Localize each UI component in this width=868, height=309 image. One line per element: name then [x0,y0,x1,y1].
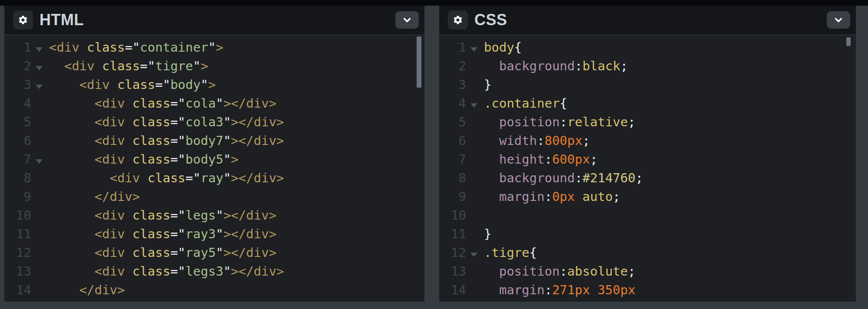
html-code-line-4[interactable]: 4 <div class="cola"></div> [4,94,424,113]
html-code-area[interactable]: 1<div class="container">2 <div class="ti… [4,36,424,302]
html-code-line-5[interactable]: 5 <div class="cola3"></div> [4,113,424,131]
css-panel-header: CSS [439,6,856,36]
html-scrollbar-thumb[interactable] [417,36,421,88]
line-number: 8 [439,169,466,187]
code-text: margin:271px 350px [484,283,635,297]
code-text: background:black; [484,59,628,73]
css-code-line-7[interactable]: 7 height:600px; [439,150,856,169]
code-text: height:600px; [484,152,598,167]
css-code-line-2[interactable]: 2 background:black; [439,57,856,76]
css-panel-title: CSS [474,11,507,29]
html-collapse-button[interactable] [395,11,419,29]
css-settings-button[interactable] [448,10,468,30]
line-number: 7 [439,150,466,169]
code-text: </div> [49,283,125,297]
css-editor-panel: CSS 1body{2 background:black;3}4.contain… [439,6,856,302]
html-code-line-2[interactable]: 2 <div class="tigre"> [4,57,424,76]
line-number: 3 [4,76,31,94]
line-number: 11 [4,225,31,243]
line-number: 5 [439,113,466,131]
html-panel-title: HTML [39,11,84,29]
line-number: 14 [4,281,31,299]
gear-icon [453,15,463,25]
html-code-line-10[interactable]: 10 <div class="legs"></div> [4,206,424,225]
line-number: 12 [4,243,31,262]
line-number: 1 [439,38,466,57]
css-code-line-4[interactable]: 4.container{ [439,94,856,113]
html-code-line-6[interactable]: 6 <div class="body7"></div> [4,131,424,150]
top-bar [0,0,868,6]
css-scrollbar-thumb[interactable] [846,37,851,46]
html-settings-button[interactable] [13,10,33,30]
fold-gutter [466,243,484,262]
html-code-line-8[interactable]: 8 <div class="ray"></div> [4,169,424,187]
html-editor-panel: HTML 1<div class="container">2 <div clas… [4,6,424,302]
fold-toggle-icon[interactable] [470,47,477,52]
editor-workspace: HTML 1<div class="container">2 <div clas… [0,0,868,309]
code-text: <div class="body"> [49,77,216,92]
line-number: 13 [439,262,466,281]
css-code-line-1[interactable]: 1body{ [439,38,856,57]
css-code-line-3[interactable]: 3} [439,76,856,94]
html-code-line-14[interactable]: 14 </div> [4,281,424,299]
line-number: 11 [439,225,466,243]
line-number: 10 [4,206,31,225]
css-code-line-5[interactable]: 5 position:relative; [439,113,856,131]
line-number: 6 [439,131,466,150]
line-number: 14 [439,281,466,299]
line-number: 8 [4,169,31,187]
code-text: <div class="tigre"> [49,59,208,73]
html-code-line-12[interactable]: 12 <div class="ray5"></div> [4,243,424,262]
fold-gutter [31,76,49,94]
chevron-down-icon [832,14,845,26]
css-code-line-8[interactable]: 8 background:#214760; [439,169,856,187]
css-code-line-11[interactable]: 11} [439,225,856,243]
html-code-line-7[interactable]: 7 <div class="body5"> [4,150,424,169]
fold-gutter [31,57,49,76]
line-number: 4 [4,94,31,113]
html-code-line-1[interactable]: 1<div class="container"> [4,38,424,57]
html-panel-header: HTML [4,6,424,36]
code-text: .container{ [484,96,567,111]
code-text: <div class="body7"></div> [49,133,284,148]
fold-toggle-icon[interactable] [36,159,43,164]
css-code-line-12[interactable]: 12.tigre{ [439,243,856,262]
line-number: 13 [4,262,31,281]
line-number: 10 [439,206,466,225]
css-code-line-10[interactable]: 10 [439,206,856,225]
gear-icon [18,15,28,25]
html-code-line-3[interactable]: 3 <div class="body"> [4,76,424,94]
code-text: position:relative; [484,115,635,129]
css-code-area[interactable]: 1body{2 background:black;3}4.container{5… [439,36,856,302]
line-number: 5 [4,113,31,131]
css-code-line-14[interactable]: 14 margin:271px 350px [439,281,856,299]
fold-toggle-icon[interactable] [470,253,477,257]
css-code-line-13[interactable]: 13 position:absolute; [439,262,856,281]
fold-gutter [31,150,49,169]
chevron-down-icon [401,14,413,26]
css-code-line-9[interactable]: 9 margin:0px auto; [439,187,856,206]
line-number: 2 [4,57,31,76]
code-text: body{ [484,40,522,55]
css-collapse-button[interactable] [827,11,850,29]
code-text: <div class="container"> [49,40,224,55]
html-code-line-13[interactable]: 13 <div class="legs3"></div> [4,262,424,281]
html-code-line-9[interactable]: 9 </div> [4,187,424,206]
code-text: .tigre{ [484,245,537,260]
code-text: <div class="cola3"></div> [49,115,284,129]
html-code-line-11[interactable]: 11 <div class="ray3"></div> [4,225,424,243]
code-text: <div class="legs"></div> [49,208,276,223]
code-text: <div class="cola"></div> [49,96,276,111]
fold-toggle-icon[interactable] [36,85,43,89]
line-number: 3 [439,76,466,94]
code-text: } [484,77,491,92]
css-code-line-6[interactable]: 6 width:800px; [439,131,856,150]
line-number: 6 [4,131,31,150]
fold-toggle-icon[interactable] [36,66,43,70]
code-text: position:absolute; [484,264,635,279]
code-text: width:800px; [484,133,590,148]
fold-gutter [31,38,49,57]
fold-toggle-icon[interactable] [470,103,477,108]
fold-toggle-icon[interactable] [36,47,43,52]
code-text: <div class="ray5"></div> [49,245,276,260]
